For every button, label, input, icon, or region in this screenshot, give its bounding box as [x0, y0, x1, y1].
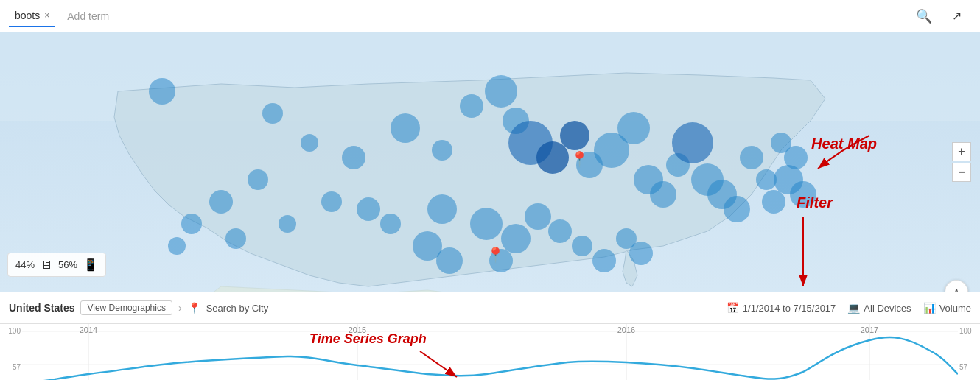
- view-demographics-button[interactable]: View Demographics: [80, 300, 172, 315]
- heat-dot: [432, 140, 452, 161]
- heat-dot: [617, 112, 650, 144]
- heat-dot: [149, 78, 175, 105]
- heat-dot: [592, 249, 616, 272]
- heat-dot: [560, 121, 589, 150]
- desktop-pct: 44%: [15, 259, 35, 270]
- heatmap-arrow: [811, 128, 906, 180]
- heat-dot: [525, 203, 551, 230]
- close-tab-icon[interactable]: ×: [44, 11, 49, 20]
- heat-dot: [501, 224, 531, 253]
- breadcrumb-chevron: ›: [178, 302, 182, 314]
- timeseries-annotation: Time Series Graph: [309, 331, 427, 347]
- calendar-icon: 📅: [727, 302, 739, 314]
- volume-label: Volume: [939, 303, 971, 314]
- mobile-pct: 56%: [58, 259, 77, 270]
- header-actions: 🔍 ↗: [909, 0, 971, 32]
- search-icon-button[interactable]: 🔍: [909, 0, 939, 32]
- tab-label: boots: [15, 10, 40, 21]
- search-icon: 🔍: [916, 8, 932, 24]
- search-by-city[interactable]: Search by City: [206, 303, 269, 314]
- map-container: 📍 📍 + − 44% 🖥 56% 📱 Heat Map Filter: [0, 32, 980, 292]
- devices-label: All Devices: [864, 303, 911, 314]
- heat-dot: [391, 113, 420, 143]
- heat-dot: [248, 169, 268, 190]
- heat-dot: [262, 103, 283, 124]
- trending-icon-button[interactable]: ↗: [942, 0, 971, 32]
- heat-dot: [436, 247, 463, 274]
- heat-dot: [548, 219, 572, 243]
- filter-arrow: [774, 213, 833, 292]
- time-series-svg: 2014 2015 2016 2017 Q1 - 2014 Q2 Q3 Q4 Q…: [22, 324, 958, 380]
- header: boots × Add term 🔍 ↗: [0, 0, 980, 32]
- location-pin-icon: 📍: [188, 302, 200, 314]
- y-mid-left: 57: [0, 363, 22, 371]
- volume-chart-icon: 📊: [923, 302, 936, 314]
- heat-dot: [724, 196, 750, 222]
- heat-dot: [279, 215, 296, 233]
- y-axis-right: 100 57 14: [958, 324, 980, 380]
- heat-dot: [740, 146, 763, 169]
- filter-right-section: 📅 1/1/2014 to 7/15/2017 💻 All Devices 📊 …: [727, 302, 971, 314]
- heat-dot: [181, 214, 202, 234]
- y-axis-left: 100 57 14: [0, 324, 22, 380]
- svg-text:2017: 2017: [861, 326, 878, 334]
- trending-icon: ↗: [952, 9, 962, 23]
- date-range-label: 1/1/2014 to 7/15/2017: [743, 303, 836, 314]
- heat-dot: [357, 197, 380, 221]
- location-label: United States: [9, 302, 74, 314]
- heat-dot: [301, 134, 318, 152]
- heat-dot: [650, 181, 676, 208]
- y-top-left: 100: [0, 327, 22, 335]
- zoom-in-button[interactable]: +: [952, 142, 971, 161]
- heat-dot: [225, 228, 246, 249]
- mobile-icon: 📱: [83, 258, 98, 272]
- svg-text:2016: 2016: [617, 326, 635, 334]
- date-range-filter[interactable]: 📅 1/1/2014 to 7/15/2017: [727, 302, 836, 314]
- heat-dot: [209, 190, 233, 214]
- heat-dot: [427, 194, 457, 224]
- timeseries-arrow: [413, 348, 486, 380]
- add-term-button[interactable]: Add term: [67, 10, 109, 22]
- heat-dot: [629, 242, 653, 265]
- desktop-icon: 🖥: [41, 258, 52, 272]
- heat-dot: [762, 190, 785, 214]
- zoom-out-button[interactable]: −: [952, 163, 971, 182]
- devices-icon: 💻: [847, 302, 860, 314]
- map-pin-1: 📍: [570, 150, 589, 168]
- map-zoom-controls: + −: [952, 142, 971, 182]
- devices-filter[interactable]: 💻 All Devices: [847, 302, 911, 314]
- heat-dot: [672, 122, 713, 163]
- device-breakdown-badge: 44% 🖥 56% 📱: [7, 253, 106, 277]
- heat-dot: [572, 236, 592, 256]
- heat-dot: [321, 191, 342, 212]
- heat-dot: [342, 146, 365, 169]
- volume-filter[interactable]: 📊 Volume: [923, 302, 971, 314]
- graph-container: 100 57 14 100 57 14 2014 2015 2016 2017 …: [0, 324, 980, 380]
- heat-dot: [485, 75, 517, 108]
- heat-dot: [380, 214, 401, 234]
- filter-bar: United States View Demographics › 📍 Sear…: [0, 292, 980, 324]
- y-top-right: 100: [958, 327, 980, 335]
- heat-dot: [470, 208, 503, 240]
- svg-text:2014: 2014: [80, 326, 97, 334]
- search-tab[interactable]: boots ×: [9, 5, 55, 27]
- map-pin-2: 📍: [486, 246, 505, 264]
- y-mid-right: 57: [958, 363, 980, 371]
- heat-dot: [460, 94, 483, 118]
- filter-annotation: Filter: [797, 194, 833, 211]
- heat-dot: [168, 237, 186, 255]
